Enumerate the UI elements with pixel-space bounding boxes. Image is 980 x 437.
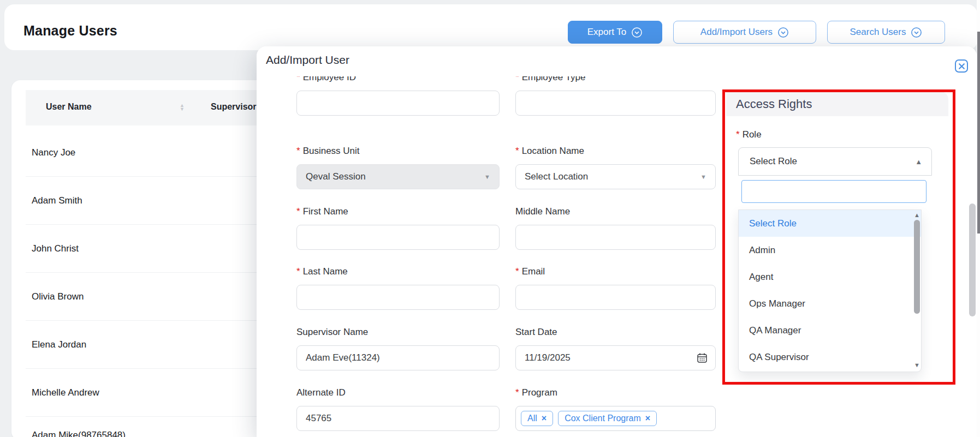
- chevron-down-circle-icon: [777, 27, 789, 38]
- supervisor-name-input[interactable]: [296, 345, 500, 370]
- start-date-input[interactable]: [515, 345, 716, 370]
- page-scrollbar[interactable]: [977, 0, 980, 437]
- employee-id-input[interactable]: [296, 91, 500, 116]
- role-select[interactable]: Select Role ▲: [738, 147, 932, 176]
- alternate-id-input[interactable]: [296, 406, 500, 431]
- role-option[interactable]: Ops Manager: [739, 290, 921, 317]
- role-search-input[interactable]: [741, 180, 926, 203]
- required-asterisk: *: [296, 206, 300, 217]
- search-users-label: Search Users: [850, 27, 906, 38]
- business-unit-value: Qeval Session: [306, 171, 366, 182]
- first-name-input[interactable]: [296, 225, 500, 250]
- business-unit-select: Qeval Session ▼: [296, 164, 500, 189]
- page-scrollbar-thumb[interactable]: [977, 32, 980, 234]
- last-name-label: *Last Name: [296, 266, 348, 278]
- program-chip-label: All: [527, 414, 537, 423]
- email-label: *Email: [515, 266, 545, 278]
- location-name-value: Select Location: [525, 171, 588, 182]
- caret-up-icon: ▲: [915, 158, 922, 166]
- role-label: *Role: [736, 129, 762, 141]
- role-options-list: Select Role Admin Agent Ops Manager QA M…: [738, 209, 922, 372]
- start-date-label: Start Date: [515, 327, 557, 339]
- user-name-cell: Olivia Brown: [26, 291, 84, 302]
- add-import-users-label: Add/Import Users: [700, 27, 773, 38]
- access-rights-title: Access Rights: [736, 97, 812, 111]
- required-asterisk: *: [515, 266, 519, 277]
- business-unit-label: *Business Unit: [296, 146, 360, 158]
- chevron-down-circle-icon: [911, 27, 922, 38]
- alternate-id-label: Alternate ID: [296, 387, 346, 399]
- caret-down-icon: ▼: [484, 173, 490, 180]
- column-header-user-name[interactable]: User Name: [46, 102, 92, 112]
- access-rights-header: Access Rights: [726, 92, 948, 116]
- table-row-partial[interactable]: Adam Mike(98765848): [26, 430, 126, 437]
- sort-down-glyph: ▼: [180, 107, 185, 111]
- role-list-scrollbar-thumb[interactable]: [914, 220, 920, 314]
- first-name-label: *First Name: [296, 206, 348, 218]
- chevron-down-circle-icon: [631, 27, 643, 38]
- scroll-down-arrow-icon[interactable]: ▼: [913, 362, 920, 368]
- program-label: *Program: [515, 387, 557, 399]
- close-icon: [958, 63, 965, 70]
- role-option[interactable]: Agent: [739, 264, 921, 290]
- scroll-up-arrow-icon[interactable]: ▲: [913, 212, 920, 218]
- remove-chip-icon[interactable]: ×: [542, 414, 547, 423]
- supervisor-name-label: Supervisor Name: [296, 327, 368, 339]
- program-chip[interactable]: All ×: [521, 411, 553, 426]
- page-header: Manage Users Export To Add/Import Users …: [4, 4, 977, 50]
- user-name-cell: John Christ: [26, 243, 79, 254]
- add-import-users-button[interactable]: Add/Import Users: [673, 21, 816, 44]
- export-to-button[interactable]: Export To: [568, 21, 662, 44]
- required-asterisk: *: [296, 146, 300, 156]
- middle-name-input[interactable]: [515, 225, 716, 250]
- search-users-button[interactable]: Search Users: [827, 21, 945, 44]
- required-asterisk: *: [296, 266, 300, 277]
- required-asterisk: *: [736, 129, 740, 140]
- calendar-icon[interactable]: [696, 352, 708, 364]
- program-chip-label: Cox Client Program: [565, 414, 641, 423]
- required-asterisk: *: [515, 387, 519, 398]
- user-name-cell: Adam Smith: [26, 195, 82, 206]
- start-date-field: [515, 345, 716, 370]
- remove-chip-icon[interactable]: ×: [645, 414, 650, 423]
- required-asterisk: *: [515, 146, 519, 156]
- role-option[interactable]: Select Role: [739, 210, 921, 237]
- employee-type-input[interactable]: [515, 91, 716, 116]
- user-name-cell: Nancy Joe: [26, 147, 75, 158]
- add-import-user-modal: *Employee ID *Business Unit Qeval Sessio…: [257, 46, 977, 437]
- column-header-supervisor[interactable]: Supervisor: [211, 102, 257, 112]
- location-name-select[interactable]: Select Location ▼: [515, 164, 716, 189]
- last-name-input[interactable]: [296, 285, 500, 310]
- modal-scrollbar-thumb[interactable]: [969, 203, 976, 316]
- program-multiselect[interactable]: All × Cox Client Program ×: [515, 406, 716, 431]
- page-title: Manage Users: [23, 23, 117, 39]
- modal-title-bar: Add/Import User: [257, 46, 977, 76]
- program-chip[interactable]: Cox Client Program ×: [558, 411, 657, 426]
- location-name-label: *Location Name: [515, 146, 584, 158]
- modal-close-button[interactable]: [955, 59, 968, 73]
- screen: Manage Users Export To Add/Import Users …: [0, 0, 980, 437]
- modal-title: Add/Import User: [266, 53, 349, 67]
- user-name-cell: Elena Jordan: [26, 339, 86, 350]
- caret-down-icon: ▼: [700, 173, 706, 180]
- user-name-cell: Michelle Andrew: [26, 387, 99, 398]
- role-select-value: Select Role: [750, 156, 797, 167]
- role-option[interactable]: QA Manager: [739, 317, 921, 344]
- export-to-label: Export To: [587, 27, 627, 38]
- email-input[interactable]: [515, 285, 716, 310]
- role-option[interactable]: Admin: [739, 237, 921, 264]
- middle-name-label: Middle Name: [515, 206, 570, 218]
- user-name-cell: Adam Mike(98765848): [26, 430, 126, 437]
- role-option[interactable]: QA Supervisor: [739, 344, 921, 370]
- sort-icon[interactable]: ▲ ▼: [180, 104, 185, 111]
